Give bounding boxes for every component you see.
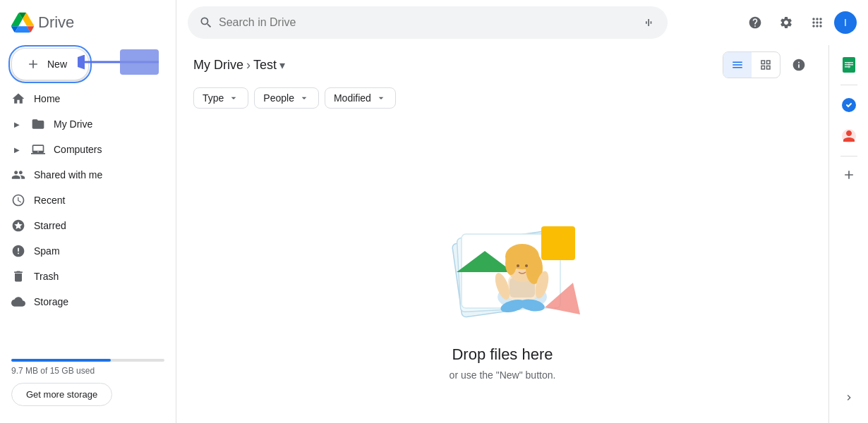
empty-state-subtitle: or use the "New" button.	[450, 369, 556, 381]
panel-divider-2	[840, 156, 857, 157]
folder-icon	[31, 117, 45, 131]
chevron-down-icon-people	[299, 92, 310, 104]
breadcrumb-bar: My Drive › Test ▾	[176, 45, 828, 85]
info-button[interactable]	[786, 52, 812, 78]
svg-point-14	[505, 252, 517, 275]
filter-type[interactable]: Type	[193, 87, 248, 109]
sidebar-item-home[interactable]: Home	[0, 86, 164, 111]
view-actions	[723, 51, 812, 78]
cloud-icon	[11, 295, 25, 309]
sheets-icon	[840, 56, 857, 73]
empty-state-title: Drop files here	[452, 345, 553, 364]
empty-illustration	[404, 159, 601, 329]
main-content: My Drive › Test ▾	[176, 45, 828, 423]
panel-divider-1	[840, 85, 857, 85]
main-area: I My Drive › Test ▾	[176, 0, 868, 423]
sidebar-item-recent[interactable]: Recent	[0, 188, 164, 213]
right-panel	[828, 45, 868, 423]
storage-bar-fill	[11, 359, 111, 362]
search-input[interactable]	[219, 16, 637, 29]
apps-button[interactable]	[803, 8, 831, 37]
sidebar-item-trash[interactable]: Trash	[0, 264, 164, 289]
empty-state: Drop files here or use the "New" button.	[176, 117, 828, 423]
topbar: I	[176, 0, 868, 45]
drive-logo-text: Drive	[38, 13, 74, 32]
chevron-down-icon	[228, 92, 239, 104]
tasks-panel-button[interactable]	[835, 91, 863, 119]
breadcrumb-chevron-icon: ▾	[279, 59, 285, 72]
topbar-actions: I	[741, 8, 857, 37]
help-button[interactable]	[741, 8, 769, 37]
spam-icon	[11, 244, 25, 258]
contacts-panel-button[interactable]	[835, 122, 863, 150]
breadcrumb-separator: ›	[246, 58, 251, 73]
get-more-storage-button[interactable]: Get more storage	[11, 383, 112, 406]
arrow-annotation	[78, 48, 162, 76]
sidebar-item-my-drive[interactable]: ▶ My Drive	[0, 111, 164, 137]
new-button-wrapper: New	[0, 45, 176, 86]
panel-collapse-button[interactable]	[835, 384, 863, 412]
settings-icon	[779, 16, 793, 30]
sidebar: Drive New Home	[0, 0, 176, 423]
clock-icon	[11, 193, 25, 207]
view-toggle	[723, 51, 780, 78]
search-options-icon[interactable]	[642, 16, 656, 30]
expand-icon: ▶	[11, 118, 23, 130]
computer-icon	[31, 142, 45, 157]
sidebar-header: Drive	[0, 6, 176, 45]
list-view-button[interactable]	[723, 52, 752, 78]
chevron-down-icon-modified	[375, 92, 387, 104]
svg-rect-1	[120, 49, 159, 75]
trash-icon	[11, 269, 25, 283]
sidebar-item-starred[interactable]: Starred	[0, 213, 164, 238]
add-icon	[842, 168, 856, 182]
sidebar-nav: Home ▶ My Drive ▶ Computers Shared with …	[0, 86, 176, 353]
tasks-icon	[840, 97, 857, 114]
storage-section: 9.7 MB of 15 GB used Get more storage	[0, 353, 176, 417]
grid-view-button[interactable]	[752, 52, 780, 78]
sidebar-item-spam[interactable]: Spam	[0, 238, 164, 264]
sidebar-item-storage[interactable]: Storage	[0, 289, 164, 314]
breadcrumb-current[interactable]: Test ▾	[253, 58, 285, 73]
settings-button[interactable]	[772, 8, 800, 37]
svg-rect-24	[845, 66, 850, 68]
content-area: My Drive › Test ▾	[176, 45, 868, 423]
breadcrumb-root[interactable]: My Drive	[193, 58, 243, 73]
expand-icon-computers: ▶	[11, 144, 23, 155]
apps-icon	[810, 16, 824, 30]
grid-view-icon	[759, 59, 772, 71]
storage-text: 9.7 MB of 15 GB used	[11, 366, 164, 376]
search-bar[interactable]	[188, 6, 668, 39]
info-icon	[792, 58, 806, 72]
search-icon	[199, 16, 213, 30]
svg-rect-6	[541, 226, 575, 260]
sidebar-item-computers[interactable]: ▶ Computers	[0, 137, 164, 162]
svg-point-15	[517, 264, 519, 267]
sheets-panel-button[interactable]	[835, 51, 863, 79]
people-icon	[11, 168, 25, 182]
star-icon	[11, 219, 25, 233]
drop-files-illustration	[404, 159, 601, 329]
filter-people[interactable]: People	[254, 87, 319, 109]
list-view-icon	[731, 59, 744, 71]
home-icon	[11, 92, 25, 106]
help-icon	[748, 16, 762, 30]
sidebar-item-shared[interactable]: Shared with me	[0, 162, 164, 188]
chevron-right-icon	[843, 392, 855, 403]
svg-point-16	[525, 264, 528, 267]
avatar[interactable]: I	[834, 11, 857, 34]
storage-bar-background	[11, 359, 164, 362]
drive-logo[interactable]: Drive	[11, 11, 74, 34]
filter-modified[interactable]: Modified	[325, 87, 396, 109]
add-panel-button[interactable]	[836, 162, 862, 188]
filter-bar: Type People Modified	[176, 85, 828, 117]
contacts-icon	[840, 128, 857, 145]
breadcrumb: My Drive › Test ▾	[193, 58, 285, 73]
plus-icon	[26, 57, 40, 71]
drive-logo-icon	[11, 11, 34, 34]
